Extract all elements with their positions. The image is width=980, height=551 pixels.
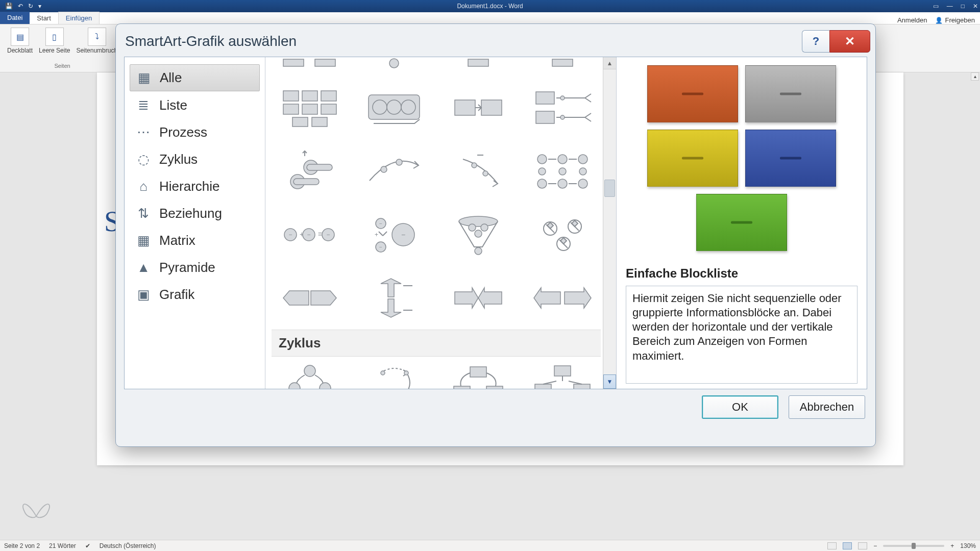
qat-more-icon[interactable]: ▾ xyxy=(38,3,41,10)
dialog-titlebar: SmartArt-Grafik auswählen ? ✕ xyxy=(116,24,875,57)
layout-thumb[interactable] xyxy=(445,57,512,69)
svg-line-83 xyxy=(543,381,556,384)
zoom-slider[interactable] xyxy=(883,545,944,547)
svg-text:−: − xyxy=(379,221,382,227)
category-hierarchy[interactable]: ⌂Hierarchie xyxy=(130,173,260,199)
minimize-icon[interactable]: — xyxy=(947,3,953,10)
layout-thumb[interactable] xyxy=(445,273,512,322)
redo-icon[interactable]: ↻ xyxy=(28,3,33,10)
svg-rect-12 xyxy=(312,117,327,127)
layout-thumb[interactable] xyxy=(277,147,344,196)
svg-text:+: + xyxy=(375,231,378,238)
category-pyramid[interactable]: ▲Pyramide xyxy=(130,255,260,281)
undo-icon[interactable]: ↶ xyxy=(18,3,23,10)
view-print-layout-icon[interactable] xyxy=(843,542,852,549)
category-label: Beziehung xyxy=(159,206,222,221)
category-all[interactable]: ▦Alle xyxy=(130,64,260,91)
svg-rect-81 xyxy=(574,384,590,389)
category-list[interactable]: ≣Liste xyxy=(130,92,260,118)
layout-thumb[interactable]: −+−− xyxy=(361,210,428,259)
layout-thumb[interactable] xyxy=(361,84,428,133)
tab-insert[interactable]: Einfügen xyxy=(58,12,100,24)
save-icon[interactable]: 💾 xyxy=(5,3,13,10)
svg-rect-76 xyxy=(470,367,486,377)
cancel-button[interactable]: Abbrechen xyxy=(789,395,865,419)
status-page[interactable]: Seite 2 von 2 xyxy=(4,542,40,549)
scroll-up-icon[interactable]: ▲ xyxy=(603,57,616,69)
svg-point-40 xyxy=(537,179,547,188)
layout-thumb[interactable] xyxy=(277,57,344,69)
share-button[interactable]: 👤 Freigeben xyxy=(935,16,975,24)
gallery-section-header: Zyklus xyxy=(272,330,601,357)
status-word-count[interactable]: 21 Wörter xyxy=(49,542,76,549)
layout-thumb[interactable] xyxy=(361,57,428,69)
status-language[interactable]: Deutsch (Österreich) xyxy=(100,542,156,549)
blank-page-button[interactable]: ▯ Leere Seite xyxy=(39,28,70,54)
layout-thumb[interactable] xyxy=(529,364,596,389)
svg-text:=: = xyxy=(318,230,322,238)
layout-thumb[interactable] xyxy=(529,147,596,196)
layout-thumb[interactable] xyxy=(361,364,428,389)
svg-point-35 xyxy=(558,155,567,164)
proofing-icon[interactable]: ✔ xyxy=(85,542,90,549)
svg-point-73 xyxy=(320,383,331,389)
svg-rect-11 xyxy=(292,117,308,127)
layout-thumb[interactable] xyxy=(361,147,428,196)
svg-rect-77 xyxy=(454,386,470,389)
category-picture[interactable]: ▣Grafik xyxy=(130,282,260,308)
svg-point-16 xyxy=(401,100,415,114)
doc-scroll-up-icon[interactable]: ▴ xyxy=(971,72,979,81)
category-pyramid-icon: ▲ xyxy=(136,261,151,274)
maximize-icon[interactable]: □ xyxy=(961,3,965,10)
category-hierarchy-icon: ⌂ xyxy=(136,180,151,193)
layout-thumb[interactable] xyxy=(277,273,344,322)
preview-block xyxy=(647,130,738,187)
window-close-icon[interactable]: ✕ xyxy=(973,3,978,10)
zoom-out-button[interactable]: − xyxy=(873,542,877,549)
category-relationship[interactable]: ⇅Beziehung xyxy=(130,201,260,227)
scroll-thumb[interactable] xyxy=(604,180,615,197)
svg-rect-17 xyxy=(455,100,475,115)
help-icon: ? xyxy=(813,35,819,48)
tab-file[interactable]: Datei xyxy=(0,12,30,24)
tab-start[interactable]: Start xyxy=(30,12,58,24)
category-matrix[interactable]: ▦Matrix xyxy=(130,228,260,254)
svg-point-21 xyxy=(560,96,565,100)
category-list-icon: ≣ xyxy=(136,99,151,112)
dialog-close-button[interactable]: ✕ xyxy=(829,30,870,53)
ribbon-options-icon[interactable]: ▭ xyxy=(933,3,939,10)
layout-thumb[interactable] xyxy=(529,273,596,322)
svg-point-30 xyxy=(396,159,402,165)
layout-thumb[interactable] xyxy=(277,364,344,389)
svg-point-15 xyxy=(387,100,401,114)
sign-in-link[interactable]: Anmelden xyxy=(897,16,927,24)
ok-button[interactable]: OK xyxy=(702,395,778,419)
layout-thumb[interactable] xyxy=(445,147,512,196)
layout-thumb[interactable] xyxy=(361,273,428,322)
svg-rect-4 xyxy=(552,59,573,66)
layout-thumb[interactable] xyxy=(445,210,512,259)
svg-point-34 xyxy=(537,155,547,164)
layout-thumb[interactable] xyxy=(529,57,596,69)
view-web-layout-icon[interactable] xyxy=(858,542,867,549)
zoom-slider-knob[interactable] xyxy=(912,543,916,549)
category-cycle[interactable]: ◌Zyklus xyxy=(130,146,260,172)
category-all-icon: ▦ xyxy=(136,71,152,85)
layout-thumb[interactable]: −+−=− xyxy=(277,210,344,259)
gallery-scrollbar[interactable]: ▲ ▼ xyxy=(603,57,616,389)
scroll-down-icon[interactable]: ▼ xyxy=(603,374,616,389)
zoom-in-button[interactable]: + xyxy=(950,542,954,549)
page-break-button[interactable]: ⤵ Seitenumbruch xyxy=(76,28,117,54)
layout-thumb[interactable] xyxy=(445,84,512,133)
view-read-mode-icon[interactable] xyxy=(827,542,837,549)
category-pane: ▦Alle ≣Liste ⋯Prozess ◌Zyklus ⌂Hierarchi… xyxy=(125,57,265,389)
layout-thumb[interactable] xyxy=(529,84,596,133)
layout-thumb[interactable] xyxy=(529,210,596,259)
preview-title: Einfache Blockliste xyxy=(626,266,857,281)
layout-thumb[interactable] xyxy=(277,84,344,133)
zoom-percent[interactable]: 130% xyxy=(960,542,976,549)
category-process[interactable]: ⋯Prozess xyxy=(130,119,260,145)
dialog-help-button[interactable]: ? xyxy=(802,30,829,53)
layout-thumb[interactable] xyxy=(445,364,512,389)
cover-page-button[interactable]: ▤ Deckblatt xyxy=(7,28,33,54)
